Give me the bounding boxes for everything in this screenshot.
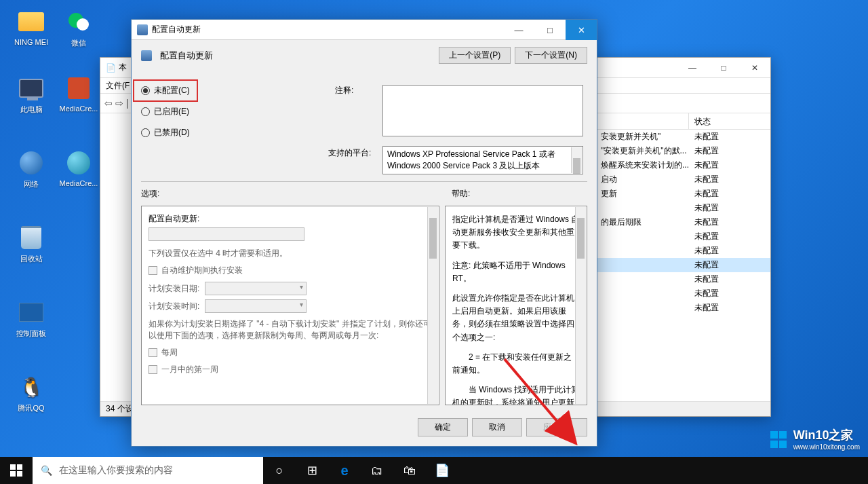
help-scrollbar[interactable]: [575, 207, 586, 404]
policy-row[interactable]: 未配置: [595, 272, 770, 286]
policy-row[interactable]: 的最后期限未配置: [595, 215, 770, 229]
list-header: 状态: [595, 113, 770, 130]
svg-rect-5: [10, 471, 16, 477]
dialog-maximize[interactable]: □: [534, 20, 566, 40]
help-panel: 指定此计算机是否通过 Windows 自动更新服务接收安全更新和其他重要下载。 …: [445, 206, 587, 405]
dialog-minimize[interactable]: —: [503, 20, 534, 40]
options-scrollbar[interactable]: [427, 207, 438, 404]
radio-not-configured[interactable]: 未配置(C): [133, 79, 198, 102]
policy-row[interactable]: 焕醒系统来安装计划的...未配置: [595, 158, 770, 172]
edge-icon[interactable]: e: [328, 457, 361, 484]
help-label: 帮助:: [452, 188, 470, 200]
radio-disabled[interactable]: 已禁用(D): [141, 127, 190, 138]
ok-button[interactable]: 确定: [418, 418, 468, 436]
taskview-icon[interactable]: ⊞: [296, 457, 328, 484]
policy-list: 状态 安装更新并关机"未配置"安装更新并关机"的默...未配置焕醒系统来安装计划…: [595, 113, 770, 400]
policy-row[interactable]: 安装更新并关机"未配置: [595, 130, 770, 144]
install-day-dropdown[interactable]: [205, 282, 307, 295]
watermark: Win10之家www.win10xitong.com: [770, 428, 860, 451]
svg-rect-3: [10, 464, 16, 470]
svg-rect-6: [17, 471, 22, 477]
desktop-icon-mediacre1[interactable]: MediaCre...: [58, 75, 99, 113]
options-title: 配置自动更新:: [149, 213, 432, 225]
dialog-icon: [137, 24, 148, 35]
next-setting-button[interactable]: 下一个设置(N): [515, 47, 587, 64]
config-dropdown[interactable]: [149, 227, 304, 241]
search-icon: 🔍: [41, 465, 52, 476]
taskbar-search[interactable]: 🔍 在这里输入你要搜索的内容: [33, 457, 263, 484]
desktop-icon-recyclebin[interactable]: 回收站: [11, 224, 52, 264]
notepad-icon[interactable]: 📄: [426, 457, 458, 484]
win10-logo-icon: [770, 431, 788, 449]
options-para2: 如果你为计划安装日期选择了 "4 - 自动下载计划安装" 并指定了计划，则你还可…: [149, 318, 432, 341]
policy-row[interactable]: 未配置: [595, 201, 770, 215]
policy-row[interactable]: 未配置: [595, 258, 770, 272]
prev-setting-button[interactable]: 上一个设置(P): [439, 47, 511, 64]
cortana-icon[interactable]: ○: [263, 457, 296, 484]
svg-rect-4: [17, 464, 22, 470]
platform-text: Windows XP Professional Service Pack 1 或…: [382, 146, 583, 174]
policy-row[interactable]: 未配置: [595, 244, 770, 258]
comment-label: 注释:: [335, 85, 353, 96]
dialog-header-title: 配置自动更新: [141, 50, 213, 62]
cancel-button[interactable]: 取消: [472, 418, 522, 436]
desktop-icon-network[interactable]: 网络: [11, 149, 52, 189]
options-note: 下列设置仅在选中 4 时才需要和适用。: [149, 248, 432, 259]
start-button[interactable]: [0, 457, 33, 484]
desktop-icon-mediacre2[interactable]: MediaCre...: [58, 149, 99, 187]
radio-enabled[interactable]: 已启用(E): [141, 106, 190, 117]
comment-textarea[interactable]: [382, 85, 583, 136]
taskbar: 🔍 在这里输入你要搜索的内容 ○ ⊞ e 🗂 🛍 📄: [0, 457, 868, 484]
desktop-icon-ningmei[interactable]: NING MEI: [11, 8, 52, 46]
dialog-close[interactable]: ✕: [566, 20, 597, 40]
policy-row[interactable]: 未配置: [595, 229, 770, 244]
svg-point-1: [77, 18, 89, 31]
policy-row[interactable]: 未配置: [595, 286, 770, 301]
store-icon[interactable]: 🛍: [393, 457, 426, 484]
firstweek-checkbox[interactable]: 一月中的第一周: [149, 364, 432, 375]
gpedit-minimize[interactable]: —: [677, 58, 708, 78]
gpedit-maximize[interactable]: □: [708, 58, 739, 78]
policy-row[interactable]: 更新未配置: [595, 187, 770, 201]
apply-button[interactable]: 应用(A): [526, 418, 587, 436]
desktop-icon-wechat[interactable]: 微信: [58, 8, 99, 48]
install-day-label: 计划安装日期:: [149, 283, 199, 295]
desktop-icon-qq[interactable]: 🐧腾讯QQ: [11, 373, 52, 413]
maintenance-checkbox[interactable]: 自动维护期间执行安装: [149, 265, 432, 276]
gpedit-close[interactable]: ✕: [739, 58, 770, 78]
options-panel: 配置自动更新: 下列设置仅在选中 4 时才需要和适用。 自动维护期间执行安装 计…: [141, 206, 439, 405]
weekly-checkbox[interactable]: 每周: [149, 347, 432, 358]
platform-label: 支持的平台:: [328, 147, 371, 159]
desktop-icon-thispc[interactable]: 此电脑: [11, 75, 52, 115]
configure-updates-dialog: 配置自动更新 — □ ✕ 配置自动更新 上一个设置(P) 下一个设置(N) 未配…: [131, 19, 597, 447]
install-time-dropdown[interactable]: [205, 299, 307, 313]
desktop-icon-controlpanel[interactable]: 控制面板: [11, 299, 52, 339]
options-label: 选项:: [141, 188, 159, 200]
policy-row[interactable]: 未配置: [595, 301, 770, 315]
install-time-label: 计划安装时间:: [149, 301, 199, 312]
scrollbar[interactable]: [571, 147, 582, 173]
policy-row[interactable]: "安装更新并关机"的默...未配置: [595, 144, 770, 158]
policy-row[interactable]: 启动未配置: [595, 172, 770, 187]
explorer-icon[interactable]: 🗂: [361, 457, 393, 484]
